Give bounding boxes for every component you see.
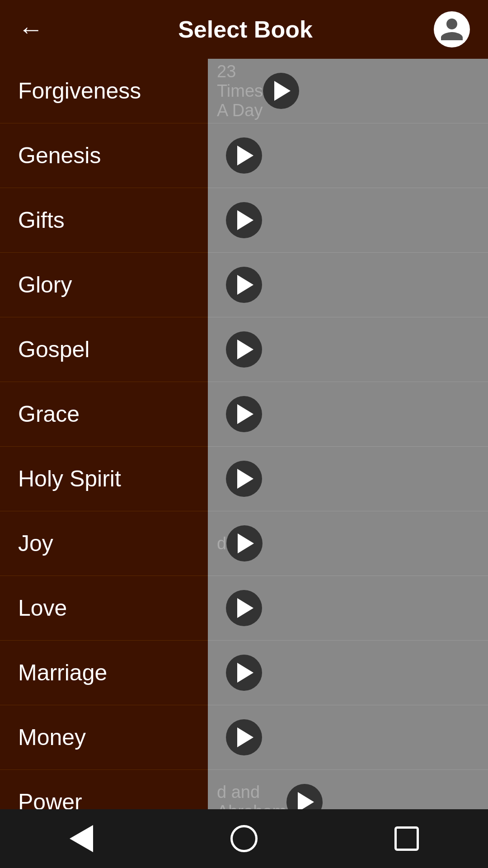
sidebar: Forgiveness Genesis Gifts Glory Gospel G… (0, 59, 208, 868)
nav-recent-button[interactable] (389, 821, 425, 857)
play-button-9[interactable] (226, 590, 262, 626)
home-circle-icon (230, 825, 258, 852)
sidebar-item-genesis[interactable]: Genesis (0, 123, 208, 188)
bg-row-1-text: 23 Times A Day (217, 62, 263, 120)
play-button-2[interactable] (226, 137, 262, 174)
page-title: Select Book (57, 16, 434, 43)
recent-square-icon (394, 826, 419, 851)
app-header: ← Select Book (0, 0, 488, 59)
play-button-10[interactable] (226, 655, 262, 691)
user-icon (438, 16, 465, 43)
play-button-11[interactable] (226, 719, 262, 755)
sidebar-item-joy[interactable]: Joy (0, 511, 208, 576)
play-button-4[interactable] (226, 267, 262, 303)
profile-icon[interactable] (434, 11, 470, 47)
play-button-6[interactable] (226, 396, 262, 432)
play-button-8[interactable] (226, 525, 263, 561)
play-button-3[interactable] (226, 202, 262, 238)
bg-row-8-text: d (217, 534, 226, 553)
back-button[interactable]: ← (18, 17, 43, 42)
nav-back-button[interactable] (63, 821, 99, 857)
sidebar-item-forgiveness[interactable]: Forgiveness (0, 59, 208, 123)
sidebar-item-gospel[interactable]: Gospel (0, 317, 208, 382)
sidebar-item-gifts[interactable]: Gifts (0, 188, 208, 253)
navigation-bar (0, 809, 488, 868)
sidebar-item-grace[interactable]: Grace (0, 382, 208, 447)
sidebar-item-love[interactable]: Love (0, 576, 208, 641)
sidebar-item-glory[interactable]: Glory (0, 253, 208, 317)
back-triangle-icon (70, 825, 93, 852)
sidebar-item-holy-spirit[interactable]: Holy Spirit (0, 447, 208, 511)
play-button-1[interactable] (263, 73, 299, 109)
play-button-7[interactable] (226, 461, 262, 497)
sidebar-item-marriage[interactable]: Marriage (0, 641, 208, 705)
play-button-5[interactable] (226, 331, 262, 368)
sidebar-item-money[interactable]: Money (0, 705, 208, 770)
nav-home-button[interactable] (226, 821, 262, 857)
